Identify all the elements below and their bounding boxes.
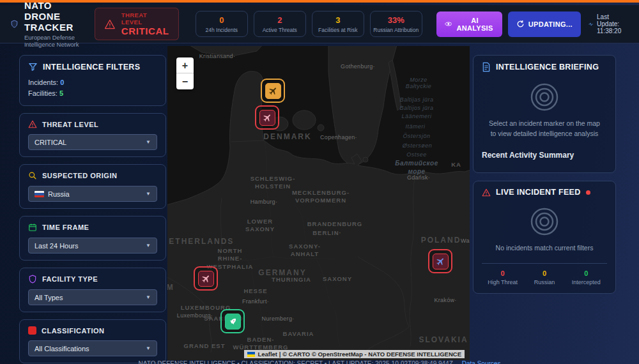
red-square-icon (28, 326, 36, 335)
document-icon (482, 62, 491, 72)
feed-stat-russian: 0 Russian (523, 269, 565, 285)
map-attribution: Leaflet | © CARTO © OpenStreetMap - NATO… (244, 350, 465, 358)
updating-button[interactable]: UPDATING... (508, 11, 581, 37)
calendar-icon (28, 223, 37, 232)
zoom-out-button[interactable]: − (176, 73, 194, 89)
intelligence-briefing-panel: INTELLIGENCE BRIEFING Select an incident… (473, 55, 616, 173)
suspected-origin-select[interactable]: Russia ▼ (28, 186, 157, 202)
feed-empty-text: No incidents match current filters (482, 243, 607, 253)
incidents-count: Incidents: 0 (28, 77, 157, 88)
facility-type-filter-group: FACILITY TYPE All Types ▼ (19, 268, 166, 312)
plane-icon (266, 84, 279, 97)
incident-marker-red-plane[interactable] (194, 266, 218, 291)
intelligence-filters-panel: INTELLIGENCE FILTERS Incidents: 0 Facili… (19, 55, 166, 106)
feed-stat-high-threat: 0 High Threat (482, 269, 523, 285)
intel-sidebar: INTELLIGENCE BRIEFING Select an incident… (473, 55, 616, 294)
plane-icon (260, 110, 273, 124)
header-bar: NATO DRONE TRACKER European Defense Inte… (0, 5, 639, 43)
data-sources-link[interactable]: Data Sources (462, 360, 501, 364)
incident-marker-red-plane[interactable] (428, 249, 452, 273)
warning-triangle-icon (104, 19, 116, 29)
warning-triangle-icon (482, 188, 491, 197)
last-update: Last Update: 11:38:20 (589, 13, 629, 34)
stat-active-threats: 2 Active Threats (254, 11, 306, 37)
shield-logo-icon (10, 15, 19, 33)
threat-level-filter-group: THREAT LEVEL CRITICAL ▼ (19, 113, 166, 157)
footer-text: NATO DEFENSE INTELLIGENCE • CLASSIFICATI… (139, 360, 453, 364)
threat-level-label: THREAT LEVEL (121, 11, 169, 26)
chevron-down-icon: ▼ (146, 139, 151, 145)
stat-24h-incidents: 0 24h Incidents (196, 11, 248, 37)
suspected-origin-filter-group: SUSPECTED ORIGIN Russia ▼ (19, 164, 166, 209)
facilities-count: Facilities: 5 (28, 88, 157, 99)
threat-level-select[interactable]: CRITICAL ▼ (28, 134, 157, 150)
zoom-in-button[interactable]: + (176, 57, 194, 73)
nato-drone-tracker-app: NATO DRONE TRACKER European Defense Inte… (0, 0, 639, 364)
app-title: NATO DRONE TRACKER (24, 0, 86, 33)
ukraine-flag-icon (247, 352, 255, 357)
stat-russian-attribution: 33% Russian Attribution (370, 11, 422, 37)
incident-marker-amber-plane[interactable] (261, 79, 285, 103)
russia-flag-icon (35, 191, 44, 197)
ai-analysis-button[interactable]: AI ANALYSIS (436, 11, 502, 37)
header-stats: 0 24h Incidents 2 Active Threats 3 Facil… (196, 11, 422, 37)
pulse-icon (589, 20, 593, 28)
search-icon (28, 171, 37, 180)
filters-title: INTELLIGENCE FILTERS (43, 63, 140, 72)
feed-divider (482, 263, 607, 264)
footer-classification-bar: NATO DEFENSE INTELLIGENCE • CLASSIFICATI… (0, 360, 639, 364)
recent-activity-summary-title: Recent Activity Summary (482, 151, 607, 160)
incident-marker-green-rocket[interactable] (220, 309, 245, 333)
plane-icon (433, 254, 447, 268)
facility-type-select[interactable]: All Types ▼ (28, 289, 157, 305)
feed-stat-intercepted: 0 Intercepted (566, 269, 607, 285)
briefing-title: INTELLIGENCE BRIEFING (496, 63, 599, 72)
live-indicator-dot (586, 190, 590, 195)
threat-level-value: CRITICAL (121, 26, 169, 36)
target-icon (530, 207, 559, 236)
app-subtitle: European Defense Intelligence Network (24, 34, 86, 48)
refresh-icon (516, 20, 525, 28)
filters-sidebar: INTELLIGENCE FILTERS Incidents: 0 Facili… (19, 55, 166, 364)
briefing-empty-text: Select an incident marker on the map to … (482, 118, 607, 139)
threat-level-badge: THREAT LEVEL CRITICAL (95, 8, 179, 40)
warning-triangle-icon (28, 120, 37, 128)
map-canvas[interactable]: + − Kristiansand·Gothenburg·DENMARKCopen… (167, 46, 470, 360)
feed-title: LIVE INCIDENT FEED (496, 188, 581, 197)
live-incident-feed-panel: LIVE INCIDENT FEED No incidents match cu… (473, 181, 616, 294)
eye-icon (445, 20, 452, 27)
chevron-down-icon: ▼ (146, 243, 151, 248)
incident-marker-red-plane[interactable] (255, 105, 279, 130)
map-landmass (167, 46, 470, 360)
chevron-down-icon: ▼ (146, 345, 151, 351)
stat-facilities-risk: 3 Facilities at Risk (312, 11, 364, 37)
chevron-down-icon: ▼ (146, 191, 151, 197)
time-frame-select[interactable]: Last 24 Hours ▼ (28, 238, 157, 254)
feed-stats: 0 High Threat 0 Russian 0 Intercepted (482, 269, 607, 285)
rocket-icon (226, 314, 239, 328)
plane-icon (199, 271, 212, 285)
funnel-icon (28, 62, 38, 72)
time-frame-filter-group: TIME FRAME Last 24 Hours ▼ (19, 216, 166, 261)
classification-select[interactable]: All Classifications ▼ (28, 340, 157, 356)
shield-icon (28, 275, 37, 284)
chevron-down-icon: ▼ (146, 294, 151, 300)
target-icon (530, 82, 559, 112)
map-zoom-control: + − (176, 57, 194, 89)
classification-filter-group: CLASSIFICATION All Classifications ▼ (19, 319, 166, 363)
brand: NATO DRONE TRACKER European Defense Inte… (10, 0, 86, 48)
